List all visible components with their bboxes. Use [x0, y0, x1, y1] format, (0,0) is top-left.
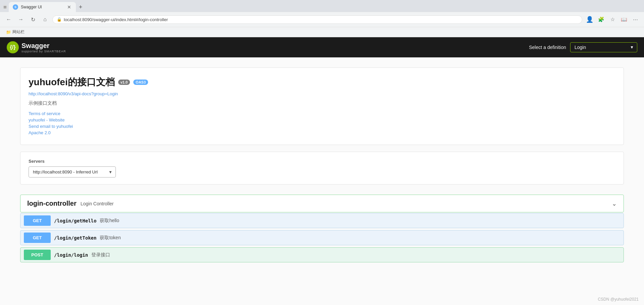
forward-button[interactable]: →: [16, 15, 26, 24]
back-button[interactable]: ←: [4, 15, 13, 24]
bookmark-label: 网站栏: [12, 29, 25, 35]
api-title: yuhuofei的接口文档: [29, 76, 115, 89]
tab-nav-buttons: [3, 5, 7, 9]
profile-button[interactable]: 👤: [585, 15, 594, 24]
email-link[interactable]: Send email to yuhuofei: [29, 124, 615, 129]
api-title-row: yuhuofei的接口文档 v1.0 OAS3: [29, 76, 615, 89]
license-link[interactable]: Apache 2.0: [29, 130, 615, 135]
tab-list-icon[interactable]: [3, 5, 7, 9]
controller-header[interactable]: login-controller Login Controller ⌄: [20, 195, 624, 212]
get-method-badge-2: GET: [24, 233, 51, 243]
api-description: 示例接口文档: [29, 100, 615, 106]
tab-close-button[interactable]: ✕: [66, 4, 72, 10]
servers-label: Servers: [29, 159, 615, 164]
api-info-box: yuhuofei的接口文档 v1.0 OAS3 http://localhost…: [20, 67, 624, 145]
home-button[interactable]: ⌂: [40, 15, 50, 24]
endpoint-summary-get-token: 获取token: [100, 235, 121, 241]
endpoint-path-get-token: /login/getToken: [54, 235, 96, 241]
get-method-badge: GET: [24, 215, 51, 226]
post-method-badge: POST: [24, 250, 51, 260]
controller-name: login-controller: [27, 200, 77, 207]
swagger-logo-text: Swagger supported by SMARTBEAR: [21, 42, 66, 53]
swagger-logo: {/} Swagger supported by SMARTBEAR: [7, 41, 66, 53]
refresh-button[interactable]: ↻: [28, 15, 38, 24]
controller-section: login-controller Login Controller ⌄ GET …: [20, 195, 624, 262]
tab-favicon: S: [13, 4, 18, 10]
oas3-badge: OAS3: [133, 80, 148, 85]
controller-title-group: login-controller Login Controller: [27, 200, 114, 207]
controller-description: Login Controller: [81, 201, 114, 206]
servers-select-wrapper: http://localhost:8090 - Inferred Url ▼: [29, 166, 116, 177]
swagger-definition: Select a definition Login ▼: [529, 42, 637, 52]
endpoint-row-get-hello[interactable]: GET /login/getHello 获取hello: [20, 213, 624, 228]
browser-chrome: S Swagger UI ✕ + ← → ↻ ⌂ 🔒 localhost:809…: [0, 0, 644, 37]
swagger-name: Swagger: [21, 42, 66, 50]
main-content: yuhuofei的接口文档 v1.0 OAS3 http://localhost…: [0, 57, 644, 279]
endpoint-summary-post-login: 登录接口: [91, 252, 110, 258]
terms-of-service-link[interactable]: Terms of service: [29, 111, 615, 116]
tab-bar: S Swagger UI ✕ +: [0, 0, 644, 12]
settings-button[interactable]: ⋯: [631, 15, 640, 24]
servers-select[interactable]: http://localhost:8090 - Inferred Url: [29, 166, 116, 177]
svg-rect-0: [4, 6, 6, 7]
definition-select[interactable]: Login: [570, 42, 637, 52]
website-link[interactable]: yuhuofei - Website: [29, 117, 615, 122]
endpoint-path-get-hello: /login/getHello: [54, 218, 96, 223]
swagger-header: {/} Swagger supported by SMARTBEAR Selec…: [0, 37, 644, 57]
lock-icon: 🔒: [57, 17, 62, 22]
tab-title: Swagger UI: [21, 5, 42, 9]
swagger-logo-symbol: {/}: [10, 44, 16, 50]
servers-section: Servers http://localhost:8090 - Inferred…: [20, 152, 624, 185]
bookmark-item-websites[interactable]: 📁 网站栏: [4, 29, 27, 36]
v1-badge: v1.0: [118, 80, 130, 85]
api-docs-url[interactable]: http://localhost:8090/v3/api-docs?group=…: [29, 91, 615, 96]
bookmarks-bar: 📁 网站栏: [0, 27, 644, 37]
url-text: localhost:8090/swagger-ui/index.html#/lo…: [64, 17, 168, 22]
endpoint-path-post-login: /login/login: [54, 252, 88, 258]
extensions-button[interactable]: 🧩: [596, 15, 606, 24]
nav-bar: ← → ↻ ⌂ 🔒 localhost:8090/swagger-ui/inde…: [0, 12, 644, 27]
bookmark-folder-icon: 📁: [6, 30, 11, 35]
controller-chevron-icon: ⌄: [612, 200, 617, 207]
address-bar[interactable]: 🔒 localhost:8090/swagger-ui/index.html#/…: [52, 15, 582, 24]
svg-rect-2: [4, 8, 6, 8]
swagger-logo-icon: {/}: [7, 41, 19, 53]
svg-rect-1: [4, 7, 6, 8]
nav-actions: 👤 🧩 ☆ 📖 ⋯: [585, 15, 640, 24]
endpoint-row-post-login[interactable]: POST /login/login 登录接口: [20, 247, 624, 262]
endpoint-summary-get-hello: 获取hello: [100, 218, 119, 224]
star-button[interactable]: ☆: [608, 15, 617, 24]
new-tab-button[interactable]: +: [76, 2, 85, 12]
swagger-sub: supported by SMARTBEAR: [21, 50, 66, 53]
definition-select-wrapper: Login ▼: [570, 42, 637, 52]
endpoint-row-get-token[interactable]: GET /login/getToken 获取token: [20, 230, 624, 245]
definition-label: Select a definition: [529, 45, 566, 50]
active-tab[interactable]: S Swagger UI ✕: [9, 2, 76, 12]
favorites-button[interactable]: 📖: [619, 15, 629, 24]
